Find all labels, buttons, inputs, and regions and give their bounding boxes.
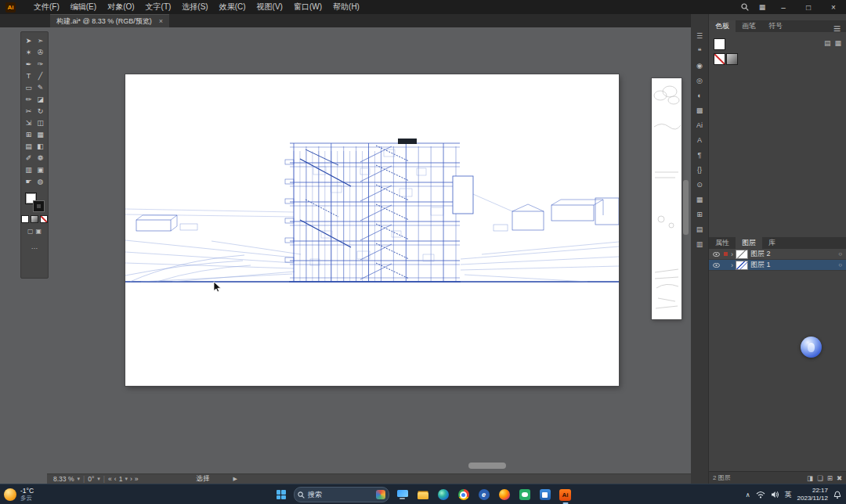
taskbar-search[interactable]: 搜索: [294, 487, 389, 502]
tab-close-icon[interactable]: ×: [159, 17, 163, 25]
pencil-tool[interactable]: ✏: [23, 94, 34, 105]
edge-taskbar-icon[interactable]: [436, 485, 450, 504]
menu-item[interactable]: 文字(T): [140, 0, 177, 14]
menu-item[interactable]: 对象(O): [102, 0, 139, 14]
chrome-taskbar-icon[interactable]: [456, 485, 471, 504]
panel-menu-icon[interactable]: ☰: [693, 31, 706, 40]
menu-item[interactable]: 文件(F): [28, 0, 65, 14]
last-artboard-icon[interactable]: »: [135, 475, 139, 483]
list-view-icon[interactable]: ▤: [824, 39, 831, 47]
screen-mode-icon[interactable]: ▣: [36, 228, 42, 235]
start-button[interactable]: [273, 485, 288, 504]
gradient-panel-icon[interactable]: ◐: [693, 91, 706, 99]
comments-panel-icon[interactable]: ❝: [693, 46, 706, 55]
illustrator-taskbar-icon[interactable]: Ai: [558, 485, 573, 504]
draw-normal-icon[interactable]: ▢: [27, 228, 34, 235]
close-button[interactable]: ×: [821, 0, 846, 14]
wechat-taskbar-icon[interactable]: [517, 485, 532, 504]
new-sublayer-icon[interactable]: ❏: [817, 474, 823, 482]
menu-item[interactable]: 视图(V): [251, 0, 288, 14]
input-method-indicator[interactable]: 英: [785, 490, 792, 500]
zoom-dropdown-icon[interactable]: ▾: [77, 476, 80, 482]
status-expand-icon[interactable]: ▶: [233, 476, 237, 482]
panel-tab[interactable]: 图层: [736, 237, 762, 249]
visibility-toggle-icon[interactable]: [711, 252, 721, 257]
appearance-panel-icon[interactable]: ⊙: [693, 180, 706, 189]
rotation-dropdown-icon[interactable]: ▾: [97, 476, 100, 482]
minimize-button[interactable]: –: [771, 0, 796, 14]
rotation-value[interactable]: 0°: [88, 475, 94, 483]
menu-item[interactable]: 窗口(W): [288, 0, 327, 14]
rectangle-tool[interactable]: ▭: [23, 82, 34, 93]
symbol-sprayer-tool[interactable]: ❁: [34, 153, 46, 164]
color-panel-icon[interactable]: ◉: [693, 61, 706, 70]
panel-tab[interactable]: 属性: [709, 237, 736, 249]
layer-name[interactable]: 图层 2: [750, 249, 836, 259]
assistive-touch-ball[interactable]: [801, 337, 822, 358]
selection-tool[interactable]: ➤: [23, 35, 34, 46]
none-fill-icon[interactable]: [40, 215, 48, 223]
menu-item[interactable]: 效果(C): [214, 0, 251, 14]
browser-taskbar-icon[interactable]: e: [476, 485, 491, 504]
search-highlight-icon[interactable]: [376, 490, 385, 499]
clock[interactable]: 22:17 2023/11/12: [797, 487, 828, 502]
new-layer-icon[interactable]: ⊞: [827, 474, 833, 482]
menu-item[interactable]: 选择(S): [176, 0, 213, 14]
file-explorer-taskbar-icon[interactable]: [415, 485, 430, 504]
symbols-panel-icon[interactable]: ⊞: [693, 210, 706, 218]
asset-export-panel-icon[interactable]: ▤: [693, 225, 706, 233]
gradient-tool[interactable]: ◧: [34, 141, 46, 152]
menu-item[interactable]: 编辑(E): [65, 0, 102, 14]
visibility-toggle-icon[interactable]: [711, 263, 721, 268]
panel-menu-icon[interactable]: ≡: [833, 22, 844, 36]
eyedropper-tool[interactable]: ✐: [23, 153, 34, 164]
swatch-none[interactable]: [714, 53, 725, 65]
rotate-tool[interactable]: ↻: [34, 106, 46, 117]
artboard-number[interactable]: 1: [119, 475, 123, 483]
swatch-gradient[interactable]: [726, 53, 738, 65]
hidden-icons-chevron[interactable]: ∧: [746, 491, 750, 499]
color-fill-icon[interactable]: [21, 215, 29, 223]
layer-row[interactable]: › 图层 1 ○: [709, 260, 846, 271]
blueprint-artwork[interactable]: [125, 74, 619, 386]
layer-thumbnail[interactable]: [736, 250, 748, 259]
stroke-color-chip[interactable]: [34, 201, 44, 211]
character-panel-icon[interactable]: A: [693, 135, 706, 144]
volume-icon[interactable]: [771, 491, 779, 499]
column-graph-tool[interactable]: ▥: [23, 164, 34, 175]
type-tool[interactable]: T: [23, 70, 34, 81]
layer-name[interactable]: 图层 1: [750, 260, 836, 270]
artboard-tool[interactable]: ▣: [34, 164, 46, 175]
prev-artboard-icon[interactable]: ‹: [114, 475, 117, 483]
panel-tab[interactable]: 库: [762, 237, 782, 249]
opentype-panel-icon[interactable]: {}: [693, 165, 706, 174]
menu-item[interactable]: 帮助(H): [327, 0, 365, 14]
artboards-panel-icon[interactable]: ▥: [693, 239, 706, 248]
graphic-styles-panel-icon[interactable]: ▦: [693, 195, 706, 203]
perspective-grid-tool[interactable]: ▦: [34, 129, 46, 140]
eraser-tool[interactable]: ◪: [34, 94, 46, 105]
sketch-artboard[interactable]: [652, 78, 682, 319]
firefox-taskbar-icon[interactable]: [497, 485, 512, 504]
libraries-panel-icon[interactable]: Ai: [693, 121, 706, 129]
workspace-switcher-icon[interactable]: ▦: [754, 0, 771, 14]
layer-thumbnail[interactable]: [736, 261, 748, 270]
first-artboard-icon[interactable]: «: [108, 475, 112, 483]
document-tab[interactable]: 构建.ai* @ 8.33 % (RGB/预览) ×: [50, 14, 169, 27]
next-artboard-icon[interactable]: ›: [130, 475, 132, 483]
direct-selection-tool[interactable]: ➣: [34, 35, 46, 46]
free-transform-tool[interactable]: ⊞: [23, 129, 34, 140]
paintbrush-tool[interactable]: ✎: [34, 82, 46, 93]
scissors-tool[interactable]: ✂: [23, 106, 34, 117]
swatch-white[interactable]: [714, 38, 725, 50]
docs-taskbar-icon[interactable]: [537, 485, 552, 504]
line-segment-tool[interactable]: ╱: [34, 70, 46, 81]
mesh-tool[interactable]: ▤: [23, 141, 34, 152]
horizontal-scrollbar[interactable]: [468, 463, 506, 469]
panel-tab[interactable]: 画笔: [736, 20, 762, 32]
zoom-level[interactable]: 8.33 %: [53, 475, 74, 483]
restore-button[interactable]: □: [796, 0, 821, 14]
expand-arrow-icon[interactable]: ›: [731, 261, 733, 269]
magic-wand-tool[interactable]: ✶: [23, 47, 34, 58]
expand-arrow-icon[interactable]: ›: [731, 250, 733, 258]
